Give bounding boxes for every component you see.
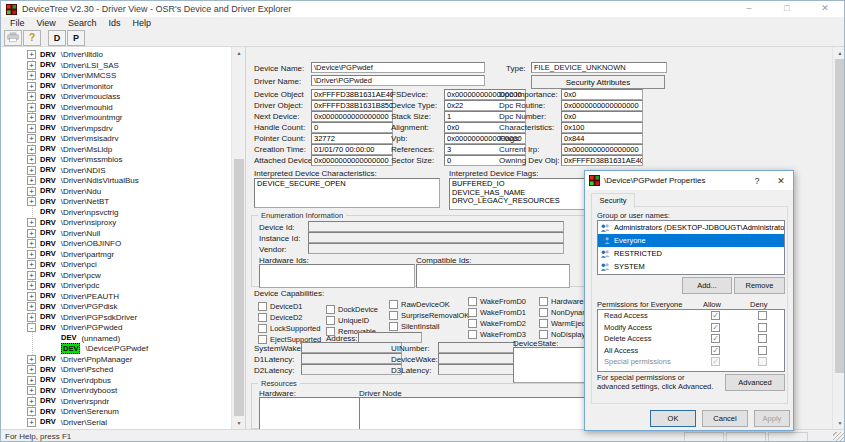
panel-scrollbar-thumb[interactable] — [835, 59, 845, 373]
tree-expander[interactable]: + — [27, 302, 36, 311]
apply-button[interactable]: Apply — [754, 410, 790, 427]
tree-expander[interactable]: + — [27, 61, 36, 70]
tree-item[interactable]: +DRV\Driver\MsLldp — [1, 144, 232, 155]
tree-expander[interactable]: + — [27, 365, 36, 374]
user-list-item[interactable]: Administrators (DESKTOP-JDBOUGT\Administ… — [598, 221, 784, 234]
user-list-item[interactable]: Everyone — [598, 234, 784, 247]
tree-item[interactable]: +DRV\Driver\mssmbios — [1, 154, 232, 165]
menu-file[interactable]: File — [4, 17, 31, 29]
field-value[interactable]: 0x0000000000000000 — [311, 155, 393, 166]
scroll-down-arrow[interactable]: ▼ — [232, 417, 246, 429]
device-id-field[interactable] — [308, 221, 564, 232]
tree-expander[interactable]: + — [27, 113, 36, 122]
tree-item[interactable]: DEV(unnamed) — [1, 333, 232, 344]
tree-expander[interactable]: + — [27, 50, 36, 59]
tree-item[interactable]: +DRV\Driver\Ndu — [1, 186, 232, 197]
tree-item[interactable]: +DRV\Driver\mouclass — [1, 91, 232, 102]
maximize-button[interactable]: □ — [768, 1, 806, 17]
allow-checkbox[interactable]: ✓ — [711, 334, 720, 343]
minimize-button[interactable]: – — [730, 1, 768, 17]
field-value[interactable]: 0x0 — [561, 111, 643, 122]
tree-scrollbar-thumb[interactable] — [234, 159, 244, 416]
tree-item[interactable]: +DRV\Driver\OBJINFO — [1, 238, 232, 249]
tree-item[interactable]: +DRV\Driver\NetBT — [1, 196, 232, 207]
driver-node-list[interactable] — [359, 397, 600, 429]
checkbox-ejectsupported[interactable] — [258, 335, 267, 344]
tree-expander[interactable]: + — [27, 397, 36, 406]
scroll-up-arrow[interactable]: ▲ — [232, 47, 246, 59]
tree-expander[interactable]: + — [27, 260, 36, 269]
deny-checkbox[interactable] — [758, 323, 767, 332]
tree-item[interactable]: +DRV\Driver\pdc — [1, 280, 232, 291]
driver-view-button[interactable]: D — [48, 30, 66, 46]
close-button[interactable]: ✕ — [806, 1, 844, 17]
vendor-field[interactable] — [308, 243, 564, 254]
tree-expander[interactable]: + — [27, 187, 36, 196]
ok-button[interactable]: OK — [650, 410, 696, 427]
field-value[interactable]: 0 — [311, 122, 393, 133]
permissions-list[interactable]: Read Access✓Modify Access✓Delete Access✓… — [597, 309, 785, 372]
field-value[interactable]: 32772 — [311, 133, 393, 144]
tree-item[interactable]: DRV\Driver\npsvctrig — [1, 207, 232, 218]
compatible-ids-list[interactable] — [416, 264, 570, 288]
uinumber-field[interactable] — [438, 342, 516, 353]
d2latency-field[interactable] — [301, 364, 402, 375]
deny-checkbox[interactable] — [758, 311, 767, 320]
tree-expander[interactable]: + — [27, 418, 36, 427]
checkbox-wakefromd3[interactable] — [468, 330, 477, 339]
scroll-up-arrow[interactable]: ▲ — [833, 47, 845, 59]
tree-expander[interactable]: + — [27, 386, 36, 395]
allow-checkbox[interactable]: ✓ — [711, 346, 720, 355]
tree-item[interactable]: +DRV\Driver\pci — [1, 259, 232, 270]
allow-checkbox[interactable]: ✓ — [711, 311, 720, 320]
menu-search[interactable]: Search — [62, 17, 103, 29]
allow-checkbox[interactable]: ✓ — [711, 323, 720, 332]
tree-item[interactable]: +DRV\Driver\nsiproxy — [1, 217, 232, 228]
help-button[interactable]: ? — [23, 30, 41, 46]
tree-item[interactable]: +DRV\Driver\msisadrv — [1, 133, 232, 144]
cancel-button[interactable]: Cancel — [702, 410, 748, 427]
tree-item[interactable]: +DRV\Driver\mountmgr — [1, 112, 232, 123]
resize-grip[interactable] — [833, 432, 844, 442]
field-value[interactable]: 01/01/70 00:00:00 — [311, 144, 393, 155]
field-value[interactable]: 0x0 — [561, 89, 643, 100]
tree-expander[interactable]: + — [27, 376, 36, 385]
tree-expander[interactable]: + — [27, 250, 36, 259]
tree-expander[interactable]: + — [27, 145, 36, 154]
type-field[interactable]: FILE_DEVICE_UNKNOWN — [531, 62, 667, 73]
tree-item[interactable]: +DRV\Driver\rdyboost — [1, 385, 232, 396]
security-attributes-button[interactable]: Security Attributes — [531, 75, 665, 89]
user-list-item[interactable]: SYSTEM — [598, 260, 784, 273]
tree-item[interactable]: +DRV\Driver\mpsdrv — [1, 123, 232, 134]
menu-help[interactable]: Help — [126, 17, 157, 29]
tree-item[interactable]: +DRV\Driver\lltdio — [1, 49, 232, 60]
tree-expander[interactable]: - — [27, 323, 36, 332]
tree-expander[interactable]: + — [27, 355, 36, 364]
tree-expander[interactable]: + — [27, 281, 36, 290]
devicewake-field[interactable] — [438, 353, 516, 364]
tree-expander[interactable]: + — [27, 71, 36, 80]
field-value[interactable]: 0xFFFFD38B1631AE40 — [311, 89, 393, 100]
field-value[interactable]: 0x100 — [561, 122, 643, 133]
tree-item[interactable]: +DRV\Driver\monitor — [1, 81, 232, 92]
tree-item[interactable]: +DRV\Driver\rspndr — [1, 396, 232, 407]
panel-scrollbar[interactable]: ▲ ▼ — [832, 47, 845, 429]
dialog-help-button[interactable]: ? — [745, 172, 769, 190]
tree-item[interactable]: +DRV\Driver\PGPdisk — [1, 301, 232, 312]
systemwake-field[interactable] — [301, 342, 402, 353]
field-value[interactable]: 0x844 — [561, 133, 643, 144]
tree-item[interactable]: +DRV\Driver\Serial — [1, 417, 232, 428]
instance-id-field[interactable] — [308, 232, 564, 243]
tree-item[interactable]: DEV\Device\PGPwdef — [1, 343, 232, 354]
d3latency-field[interactable] — [438, 364, 516, 375]
tree-expander[interactable]: + — [27, 313, 36, 322]
tree-item[interactable]: -DRV\Driver\PGPwded — [1, 322, 232, 333]
tree-item[interactable]: +DRV\Driver\PnpManager — [1, 354, 232, 365]
field-value[interactable]: 0xFFFFD38B1631AE40 — [561, 155, 643, 166]
tree-expander[interactable]: + — [27, 134, 36, 143]
device-name-field[interactable]: \Device\PGPwdef — [311, 62, 485, 73]
menu-view[interactable]: View — [31, 17, 62, 29]
deny-checkbox[interactable] — [758, 346, 767, 355]
tree-item[interactable]: +DRV\Driver\PGPsdkDriver — [1, 312, 232, 323]
scroll-down-arrow[interactable]: ▼ — [833, 417, 845, 429]
